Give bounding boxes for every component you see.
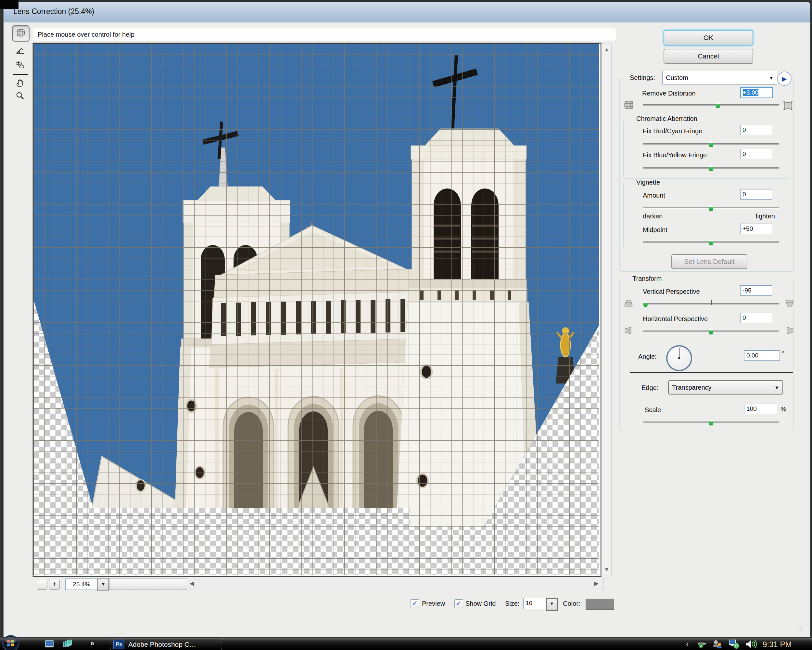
straighten-icon — [15, 46, 25, 57]
checkmark-icon: ✓ — [456, 600, 461, 607]
fix-blue-yellow-field[interactable]: 0 — [740, 149, 772, 159]
dialog-titlebar[interactable]: Lens Correction (25.4%) — [3, 2, 810, 23]
toolbar-divider — [13, 74, 28, 75]
zoom-percent-field[interactable]: 25.4% — [65, 578, 98, 590]
perspective-left-icon — [623, 326, 634, 337]
remove-distortion-slider[interactable] — [643, 101, 779, 108]
fix-red-cyan-field[interactable]: 0 — [740, 125, 772, 135]
grid-size-dropdown-button[interactable]: ▼ — [546, 598, 558, 611]
chromatic-aberration-title: Chromatic Aberration — [634, 115, 700, 122]
checkmark-icon: ✓ — [412, 600, 418, 607]
tray-sync-icon[interactable] — [697, 640, 707, 650]
tray-network-icon[interactable] — [728, 639, 740, 650]
vignette-midpoint-label: Midpoint — [643, 226, 667, 234]
taskbar-clock[interactable]: 9:31 PM — [763, 640, 792, 649]
taskbar-app-label: Adobe Photoshop C... — [128, 641, 195, 648]
scroll-down-icon[interactable]: ▼ — [602, 566, 611, 573]
resize-grip[interactable]: .: — [799, 627, 803, 632]
move-grid-tool[interactable] — [12, 58, 28, 73]
angle-field[interactable]: 0.00 — [744, 350, 780, 361]
barrel-distortion-icon — [16, 28, 26, 39]
grid-overlay — [34, 44, 599, 575]
fix-red-cyan-slider[interactable] — [643, 141, 779, 147]
preview-checkbox[interactable]: ✓ — [411, 599, 419, 608]
scroll-left-icon[interactable]: ◀ — [190, 580, 194, 587]
angle-unit: ° — [782, 350, 785, 358]
perspective-back-icon — [623, 298, 634, 309]
horizontal-perspective-label: Horizontal Perspective — [643, 315, 708, 323]
help-bar: Place mouse over control for help — [33, 28, 616, 41]
scale-slider[interactable] — [643, 419, 779, 425]
taskbar: » Ps Adobe Photoshop C... ‹ 9:31 PM — [0, 638, 812, 650]
transform-separator — [630, 372, 793, 373]
zoom-out-button[interactable]: − — [37, 580, 47, 590]
tray-collapse-chevron[interactable]: ‹ — [686, 639, 688, 648]
angle-hub — [678, 357, 680, 359]
taskbar-app-button[interactable]: Ps Adobe Photoshop C... — [110, 639, 222, 650]
remove-distortion-label: Remove Distortion — [642, 90, 696, 97]
flip3d-icon[interactable] — [63, 639, 73, 650]
straighten-tool[interactable] — [12, 44, 28, 58]
vignette-amount-field[interactable]: 0 — [740, 189, 772, 200]
preview-vertical-scrollbar[interactable]: ▲ ▼ — [602, 44, 612, 576]
chevron-down-icon: ▼ — [101, 581, 105, 587]
horizontal-perspective-slider[interactable] — [643, 327, 779, 334]
magnifier-icon — [15, 91, 25, 102]
tray-user-gear-icon[interactable] — [712, 639, 723, 650]
set-lens-default-button[interactable]: Set Lens Default — [672, 254, 747, 269]
zoom-tool[interactable] — [12, 89, 28, 104]
ok-button[interactable]: OK — [664, 30, 753, 46]
photoshop-icon: Ps — [113, 639, 124, 649]
vertical-perspective-slider[interactable] — [643, 300, 779, 307]
vignette-amount-slider[interactable] — [643, 204, 779, 211]
zoom-in-button[interactable]: + — [49, 580, 60, 590]
quicklaunch-overflow-chevron[interactable]: » — [90, 639, 94, 648]
grid-size-field[interactable]: 16 — [523, 598, 546, 609]
preview-image — [34, 44, 599, 575]
grid-color-label: Color: — [563, 600, 580, 607]
perspective-right-icon — [785, 326, 795, 337]
edge-value: Transparency — [672, 384, 712, 391]
zoom-dropdown-button[interactable]: ▼ — [98, 578, 109, 591]
screen: Lens Correction (25.4%) — [0, 0, 812, 650]
vignette-midpoint-field[interactable]: +50 — [740, 223, 772, 234]
scale-field[interactable]: 100 — [744, 404, 777, 414]
scrollbar-thumb[interactable] — [109, 578, 187, 590]
angle-dial[interactable] — [666, 345, 692, 371]
show-desktop-icon[interactable] — [44, 639, 55, 650]
remove-distortion-field[interactable]: +3.00 — [740, 87, 773, 98]
lighten-label: lighten — [756, 213, 775, 220]
chevron-down-icon: ▼ — [774, 385, 779, 390]
grid-color-swatch[interactable] — [586, 599, 614, 610]
scroll-up-icon[interactable]: ▲ — [602, 46, 611, 53]
dialog-title: Lens Correction (25.4%) — [13, 7, 94, 16]
remove-distortion-tool[interactable] — [12, 25, 29, 41]
transform-title: Transform — [630, 275, 664, 283]
cancel-button[interactable]: Cancel — [664, 49, 753, 64]
edge-dropdown[interactable]: Transparency ▼ — [668, 380, 783, 395]
background-window-fragment — [0, 0, 18, 9]
barrel-distortion-icon — [623, 99, 634, 112]
vertical-perspective-field[interactable]: -95 — [740, 285, 772, 296]
show-grid-checkbox-label: Show Grid — [466, 600, 496, 607]
hand-icon — [15, 78, 25, 89]
fix-red-cyan-label: Fix Red/Cyan Fringe — [643, 127, 702, 135]
vignette-midpoint-slider[interactable] — [643, 239, 779, 245]
darken-label: darken — [643, 213, 662, 220]
preview-checkbox-label: Preview — [422, 600, 445, 607]
angle-label: Angle: — [638, 353, 657, 361]
show-grid-checkbox[interactable]: ✓ — [454, 599, 463, 608]
edge-label: Edge: — [641, 384, 658, 392]
pincushion-distortion-icon — [783, 100, 794, 112]
preview-horizontal-scrollbar[interactable]: ◀ ▶ — [109, 578, 603, 590]
fix-blue-yellow-slider[interactable] — [643, 164, 779, 171]
scroll-right-icon[interactable]: ▶ — [594, 580, 598, 587]
start-button[interactable] — [2, 635, 20, 650]
perspective-forward-icon — [785, 298, 795, 309]
tray-volume-icon[interactable] — [745, 639, 757, 650]
move-grid-icon — [15, 60, 25, 71]
preview-canvas[interactable] — [33, 43, 601, 577]
vertical-perspective-label: Vertical Perspective — [643, 288, 700, 295]
horizontal-perspective-field[interactable]: 0 — [740, 313, 772, 323]
scale-label: Scale — [645, 406, 661, 414]
